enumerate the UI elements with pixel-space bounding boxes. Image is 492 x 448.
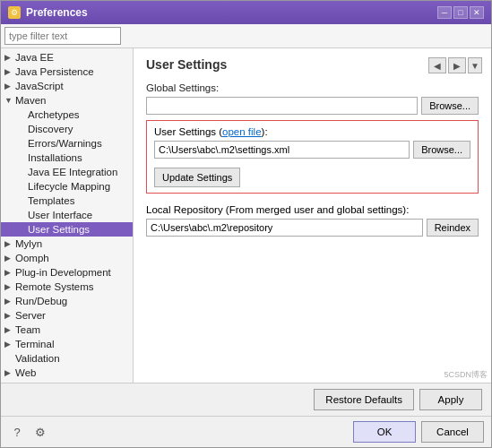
sidebar-label-mylyn: Mylyn — [15, 238, 42, 249]
sidebar-label-archetypes: Archetypes — [28, 109, 80, 120]
sidebar-item-templates[interactable]: Templates — [1, 194, 133, 208]
user-settings-input-row: Browse... — [154, 141, 470, 159]
forward-button[interactable]: ▶ — [448, 57, 466, 73]
watermark: 5CSDN博客 — [444, 369, 488, 381]
local-repo-label: Local Repository (From merged user and g… — [146, 204, 479, 215]
dialog-bottom-left: ? ⚙ — [8, 423, 49, 441]
global-settings-input[interactable] — [146, 97, 418, 115]
sidebar-label-user-settings: User Settings — [28, 224, 90, 235]
open-file-link[interactable]: open file — [222, 126, 261, 137]
sidebar-label-installations: Installations — [28, 152, 82, 163]
bottom-bar: Restore Defaults Apply — [1, 383, 491, 416]
sidebar-item-java-ee[interactable]: ▶Java EE — [1, 50, 133, 65]
sidebar-item-mylyn[interactable]: ▶Mylyn — [1, 237, 133, 251]
tree-arrow-oomph: ▶ — [4, 254, 13, 263]
tree-arrow-run-debug: ▶ — [4, 297, 13, 306]
main-content: ▶Java EE▶Java Persistence▶JavaScript▼Mav… — [1, 48, 491, 383]
apply-button[interactable]: Apply — [419, 389, 482, 410]
sidebar-item-java-ee-integration[interactable]: Java EE Integration — [1, 165, 133, 179]
update-settings-button[interactable]: Update Settings — [154, 168, 240, 187]
sidebar-item-maven[interactable]: ▼Maven — [1, 93, 133, 108]
sidebar-item-java-persistence[interactable]: ▶Java Persistence — [1, 65, 133, 79]
user-settings-box: User Settings (open file): Browse... Upd… — [146, 120, 479, 194]
tree-arrow-java-ee: ▶ — [4, 53, 13, 62]
sidebar-label-maven: Maven — [15, 95, 47, 106]
sidebar-item-installations[interactable]: Installations — [1, 151, 133, 165]
maximize-button[interactable]: □ — [453, 6, 468, 19]
tree-arrow-team: ▶ — [4, 325, 13, 334]
sidebar-item-user-interface[interactable]: User Interface — [1, 208, 133, 222]
restore-defaults-button[interactable]: Restore Defaults — [314, 389, 414, 410]
tree-arrow-java-persistence: ▶ — [4, 67, 13, 76]
browse-global-button[interactable]: Browse... — [421, 97, 479, 115]
tree-arrow-javascript: ▶ — [4, 82, 13, 90]
sidebar-item-server[interactable]: ▶Server — [1, 308, 133, 323]
global-settings-row: Browse... — [146, 97, 479, 115]
sidebar-item-terminal[interactable]: ▶Terminal — [1, 337, 133, 351]
tree-arrow-web: ▶ — [4, 368, 13, 377]
sidebar-item-archetypes[interactable]: Archetypes — [1, 108, 133, 122]
local-repo-input[interactable] — [146, 219, 423, 237]
ok-button[interactable]: OK — [353, 421, 416, 443]
tree-arrow-maven: ▼ — [4, 96, 13, 105]
tree-arrow-mylyn: ▶ — [4, 239, 13, 248]
sidebar-label-validation: Validation — [15, 353, 60, 364]
sidebar-label-team: Team — [15, 324, 40, 335]
sidebar-item-web[interactable]: ▶Web — [1, 366, 133, 380]
sidebar-item-javascript[interactable]: ▶JavaScript — [1, 79, 133, 93]
local-repo-row: Reindex — [146, 219, 479, 237]
tree-arrow-plug-in-development: ▶ — [4, 268, 13, 277]
filter-input[interactable] — [4, 27, 121, 45]
user-settings-input[interactable] — [154, 141, 410, 159]
sidebar-label-remote-systems: Remote Systems — [15, 281, 94, 292]
dropdown-button[interactable]: ▼ — [468, 57, 482, 73]
sidebar-item-lifecycle-mapping[interactable]: Lifecycle Mapping — [1, 179, 133, 194]
sidebar-item-oomph[interactable]: ▶Oomph — [1, 251, 133, 265]
tree-arrow-remote-systems: ▶ — [4, 282, 13, 291]
sidebar-item-validation[interactable]: Validation — [1, 351, 133, 366]
help-button[interactable]: ? — [8, 423, 26, 441]
sidebar-label-java-ee-integration: Java EE Integration — [28, 167, 117, 177]
content-panel: ◀ ▶ ▼ User Settings Global Settings: Bro… — [134, 48, 491, 383]
sidebar: ▶Java EE▶Java Persistence▶JavaScript▼Mav… — [1, 48, 134, 383]
sidebar-item-run-debug[interactable]: ▶Run/Debug — [1, 294, 133, 308]
title-buttons: ─ □ ✕ — [437, 6, 484, 19]
browse-user-button[interactable]: Browse... — [413, 141, 470, 159]
settings-icon-button[interactable]: ⚙ — [31, 423, 49, 441]
sidebar-label-templates: Templates — [28, 195, 74, 206]
dialog-bottom: ? ⚙ OK Cancel — [1, 416, 491, 447]
tree-arrow-server: ▶ — [4, 311, 13, 320]
window-title: Preferences — [26, 6, 88, 19]
sidebar-label-lifecycle-mapping: Lifecycle Mapping — [28, 181, 110, 192]
sidebar-label-run-debug: Run/Debug — [15, 296, 67, 306]
sidebar-label-terminal: Terminal — [15, 339, 54, 349]
sidebar-item-team[interactable]: ▶Team — [1, 323, 133, 337]
sidebar-item-errors-warnings[interactable]: Errors/Warnings — [1, 136, 133, 151]
sidebar-label-discovery: Discovery — [28, 124, 73, 134]
sidebar-label-errors-warnings: Errors/Warnings — [28, 138, 102, 149]
sidebar-label-server: Server — [15, 310, 46, 321]
sidebar-label-user-interface: User Interface — [28, 210, 92, 220]
reindex-button[interactable]: Reindex — [427, 219, 479, 237]
window-icon: ⚙ — [8, 6, 21, 19]
sidebar-label-javascript: JavaScript — [15, 81, 64, 91]
user-settings-label: User Settings (open file): — [154, 126, 470, 137]
sidebar-item-user-settings[interactable]: User Settings — [1, 222, 133, 237]
sidebar-item-remote-systems[interactable]: ▶Remote Systems — [1, 280, 133, 294]
sidebar-item-discovery[interactable]: Discovery — [1, 122, 133, 136]
title-bar: ⚙ Preferences ─ □ ✕ — [1, 1, 491, 24]
nav-toolbar: ◀ ▶ ▼ — [428, 57, 482, 73]
minimize-button[interactable]: ─ — [437, 6, 452, 19]
sidebar-label-java-ee: Java EE — [15, 52, 54, 63]
sidebar-item-plug-in-development[interactable]: ▶Plug-in Development — [1, 265, 133, 280]
title-bar-left: ⚙ Preferences — [8, 6, 88, 19]
sidebar-label-oomph: Oomph — [15, 253, 49, 263]
close-button[interactable]: ✕ — [470, 6, 484, 19]
global-settings-label: Global Settings: — [146, 82, 479, 93]
sidebar-label-java-persistence: Java Persistence — [15, 66, 94, 77]
sidebar-label-plug-in-development: Plug-in Development — [15, 267, 111, 278]
cancel-button[interactable]: Cancel — [421, 421, 484, 443]
back-button[interactable]: ◀ — [428, 57, 446, 73]
sidebar-label-web: Web — [15, 367, 36, 378]
tree-arrow-terminal: ▶ — [4, 340, 13, 349]
